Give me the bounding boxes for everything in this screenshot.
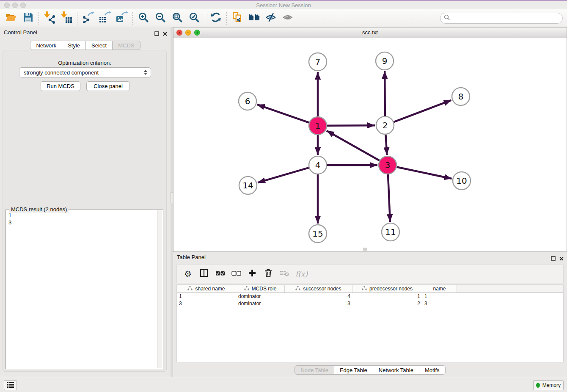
criterion-dropdown[interactable]: strongly connected component (19, 67, 151, 77)
result-item[interactable]: 1 (8, 212, 155, 219)
status-list-button[interactable] (4, 380, 17, 390)
cell-predecessor-nodes[interactable]: 2 (352, 300, 422, 307)
edge-2-8[interactable] (394, 100, 451, 122)
tab-motifs[interactable]: Motifs (419, 365, 446, 375)
close-panel-button[interactable]: Close panel (86, 81, 130, 91)
cell-mcds-role[interactable]: dominator (236, 293, 285, 300)
node-4[interactable]: 4 (309, 156, 327, 174)
edge-1-2[interactable] (327, 125, 375, 126)
table-settings-button[interactable]: ⚙ (183, 268, 193, 280)
home-button[interactable] (246, 11, 263, 26)
search-box[interactable] (440, 13, 563, 24)
result-scrollbar[interactable] (157, 210, 162, 368)
tab-style[interactable]: Style (62, 41, 86, 50)
zoom-in-icon (138, 12, 149, 25)
edge-3-1[interactable] (327, 131, 380, 160)
cell-successor-nodes[interactable]: 3 (285, 300, 352, 307)
cell-name[interactable]: 1 (422, 293, 457, 300)
close-panel-icon[interactable] (559, 255, 564, 262)
zoom-out-button[interactable] (152, 11, 169, 26)
edge-2-9[interactable] (385, 71, 385, 116)
column-header-predecessor-nodes[interactable]: predecessor nodes (352, 285, 422, 293)
save-session-button[interactable] (19, 11, 36, 26)
refresh-button[interactable] (207, 11, 224, 26)
function-builder-button[interactable]: f(x) (295, 268, 308, 280)
close-panel-icon[interactable] (163, 30, 167, 38)
hide-graphics-button[interactable] (263, 11, 280, 26)
float-panel-icon[interactable] (154, 30, 159, 38)
node-15[interactable]: 15 (309, 225, 327, 243)
create-column-button[interactable] (247, 268, 257, 280)
edge-4-14[interactable] (258, 168, 309, 182)
export-network-button[interactable] (80, 11, 96, 26)
export-image-button[interactable] (113, 11, 130, 26)
import-table-button[interactable] (58, 11, 75, 26)
edge-3-10[interactable] (397, 167, 452, 179)
column-header-name[interactable]: name (422, 285, 457, 293)
houses-icon (248, 12, 261, 24)
export-table-button[interactable] (96, 11, 113, 26)
cell-shared-name[interactable]: 3 (177, 300, 236, 307)
edge-3-11[interactable] (388, 174, 390, 222)
cyndex-share-button[interactable] (229, 11, 246, 26)
cell-name[interactable]: 3 (422, 300, 457, 307)
node-2[interactable]: 2 (376, 116, 394, 134)
result-item[interactable]: 3 (8, 219, 155, 226)
zoom-selected-button[interactable] (186, 11, 203, 26)
network-canvas[interactable]: 7968124314101511 (173, 38, 567, 251)
canvas-scroll-thumb[interactable] (363, 248, 367, 251)
node-9[interactable]: 9 (376, 52, 394, 70)
edge-2-3[interactable] (385, 135, 387, 155)
tab-edge-table[interactable]: Edge Table (334, 365, 373, 375)
cell-mcds-role[interactable]: dominator (236, 300, 285, 307)
show-columns-button[interactable] (199, 268, 209, 280)
node-6[interactable]: 6 (239, 92, 256, 110)
node-10[interactable]: 10 (453, 172, 471, 190)
edge-1-6[interactable] (257, 105, 309, 123)
float-panel-icon[interactable] (551, 255, 556, 262)
select-all-columns-button[interactable] (215, 268, 225, 280)
tab-network[interactable]: Network (30, 41, 62, 50)
table-row[interactable]: 3dominator323 (177, 300, 563, 307)
node-7[interactable]: 7 (309, 53, 327, 71)
zoom-in-button[interactable] (135, 11, 152, 26)
zoom-fit-button[interactable] (169, 11, 186, 26)
tab-select[interactable]: Select (86, 41, 113, 50)
tab-network-table[interactable]: Network Table (373, 365, 419, 375)
delete-table-button[interactable] (279, 268, 289, 280)
list-icon (6, 381, 15, 389)
column-label: predecessor nodes (369, 286, 413, 292)
open-file-button[interactable] (3, 11, 19, 26)
delete-column-button[interactable] (263, 268, 273, 280)
control-panel-tabs: NetworkStyleSelectMCDS (30, 41, 140, 50)
show-graphics-button[interactable] (280, 11, 297, 26)
run-mcds-button[interactable]: Run MCDS (41, 81, 80, 91)
cell-shared-name[interactable]: 1 (177, 293, 236, 300)
node-14[interactable]: 14 (239, 177, 257, 194)
cell-predecessor-nodes[interactable]: 1 (352, 293, 422, 300)
mcds-panel: Optimization criterion: strongly connect… (3, 50, 167, 372)
import-network-button[interactable] (41, 11, 58, 26)
refresh-icon (210, 12, 221, 25)
tab-mcds[interactable]: MCDS (113, 41, 140, 50)
column-header-mcds-role[interactable]: MCDS role (236, 285, 285, 293)
header-filler (457, 285, 563, 293)
node-1[interactable]: 1 (309, 117, 327, 135)
node-table[interactable]: shared nameMCDS rolesuccessor nodesprede… (176, 284, 564, 362)
node-3[interactable]: 3 (379, 156, 396, 174)
cell-successor-nodes[interactable]: 4 (285, 293, 352, 300)
toolbar-separator (77, 12, 77, 25)
mcds-result-list[interactable]: 13 (6, 211, 157, 368)
unselect-all-columns-button[interactable] (231, 268, 241, 280)
node-label: 3 (385, 160, 391, 170)
tab-node-table[interactable]: Node Table (295, 365, 334, 375)
column-header-successor-nodes[interactable]: successor nodes (285, 285, 352, 293)
node-11[interactable]: 11 (382, 223, 399, 241)
memory-button[interactable]: Memory (533, 380, 564, 390)
node-8[interactable]: 8 (452, 88, 470, 105)
column-header-shared-name[interactable]: shared name (177, 285, 236, 293)
table-panel: Table Panel ⚙ f(x) shared nameMCDS roles… (173, 252, 567, 377)
status-bar: Memory (0, 377, 567, 392)
table-row[interactable]: 1dominator411 (177, 293, 563, 300)
search-input[interactable] (452, 15, 559, 22)
